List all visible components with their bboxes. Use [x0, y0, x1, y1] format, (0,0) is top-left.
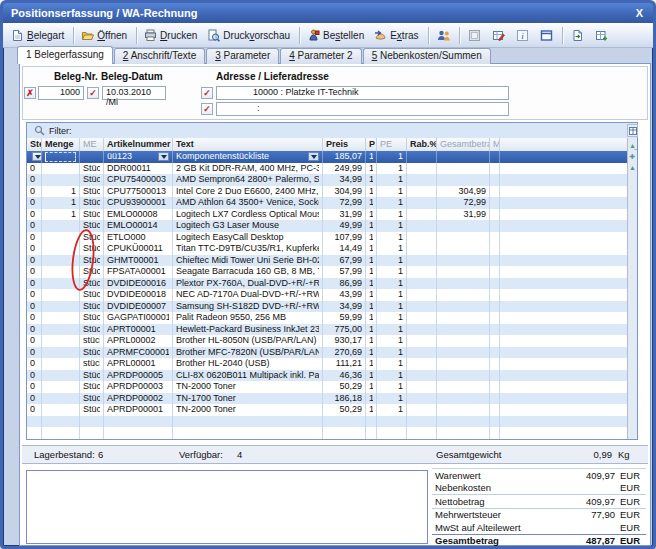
insert-row-icon[interactable]: ✚: [628, 151, 637, 162]
lieferadresse-check-icon[interactable]: ✓: [201, 103, 213, 115]
cell: 0: [27, 381, 42, 393]
table-row[interactable]: 0StückEMLO00014Logitech G3 Laser Mouse49…: [27, 220, 629, 232]
cell: [27, 416, 42, 428]
table-row[interactable]: 0StückAPRT00001Hewlett-Packard Business …: [27, 324, 629, 336]
table-row[interactable]: 0StückGHMT00001Chieftec Midi Tower Uni S…: [27, 255, 629, 267]
column-header-Gesamtbetrag[interactable]: Gesamtbetrag: [437, 138, 490, 151]
grid-corner-icon[interactable]: [627, 124, 638, 137]
cell: [407, 186, 437, 198]
close-button[interactable]: X: [634, 7, 645, 19]
column-header-Menge[interactable]: Menge: [42, 138, 80, 151]
cell: [42, 370, 80, 382]
delete-icon[interactable]: ✗: [24, 87, 36, 99]
table-row[interactable]: 0StückCPU75400003AMD Sempron64 2800+ Pal…: [27, 174, 629, 186]
table-add-button[interactable]: [590, 25, 614, 46]
cell: 0: [27, 347, 42, 359]
cell-text: 0: [30, 312, 38, 324]
table-row[interactable]: 0stückAPRL00001Brother HL-2040 (USB)111,…: [27, 358, 629, 370]
tab-5-nebenkosten-summen[interactable]: 5 Nebenkosten/Summen: [363, 48, 491, 64]
cell: [42, 335, 80, 347]
column-header-filler[interactable]: [500, 138, 629, 151]
scroll-up-icon[interactable]: ▲: [628, 162, 637, 173]
tab-4-parameter-2[interactable]: 4 Parameter 2: [280, 48, 361, 64]
cell: CLI-8X 0620B011 Multipack inkl. Papier: [173, 370, 323, 382]
doc-export-button[interactable]: [566, 25, 590, 46]
table-row[interactable]: 0StückAPRMFC00001Brother MFC-7820N (USB/…: [27, 347, 629, 359]
table-row[interactable]: 01StückCPU77500013Intel Core 2 Duo E6600…: [27, 186, 629, 198]
beleg-nr-input[interactable]: 1000: [38, 86, 84, 100]
toolbar-button-drucken[interactable]: Drucken: [140, 25, 203, 46]
grid-scrollbar[interactable]: ▲̲ ✚ ▲: [627, 138, 637, 439]
table-row[interactable]: 0stückAPRL00002Brother HL-8050N (USB/PAR…: [27, 335, 629, 347]
table-row[interactable]: 0üü123Komponentenstückliste185,0711: [27, 151, 629, 163]
cell: [407, 416, 437, 428]
table-row[interactable]: 0StückGAGPATI00001Palit Radeon 9550, 256…: [27, 312, 629, 324]
table-row[interactable]: 0StückDVDIDE00018NEC AD-7170A Dual-DVD-+…: [27, 289, 629, 301]
table-row[interactable]: 0StückAPRDP00005CLI-8X 0620B011 Multipac…: [27, 370, 629, 382]
table-row[interactable]: 0StückAPRDP00003TN-2000 Toner50,2911: [27, 381, 629, 393]
totals-unit: EUR: [615, 496, 646, 507]
table-row[interactable]: [27, 427, 629, 439]
scroll-top-icon[interactable]: ▲̲: [628, 140, 637, 151]
artikelnummer-dropdown[interactable]: [158, 152, 169, 161]
cell-text: 0: [30, 186, 38, 198]
text-dropdown[interactable]: [308, 152, 319, 161]
column-header-Preis[interactable]: Preis: [323, 138, 366, 151]
column-header-M[interactable]: M: [490, 138, 500, 151]
notes-box[interactable]: [26, 470, 428, 544]
toolbar-separator: [73, 27, 74, 44]
column-header-P[interactable]: P: [366, 138, 377, 151]
steu-dropdown[interactable]: [32, 152, 42, 161]
column-header-Rab.%[interactable]: Rab.%: [407, 138, 437, 151]
column-header-ME[interactable]: ME: [80, 138, 104, 151]
beleg-datum-input[interactable]: 10.03.2010 /Mi: [102, 86, 166, 100]
table-row[interactable]: 0StückCPUKÜ00011Titan TTC-D9TB/CU35/R1, …: [27, 243, 629, 255]
table-row[interactable]: 0StückDVDIDE00007Samsung SH-S182D DVD-+R…: [27, 301, 629, 313]
toolbar-button-druckvorschau[interactable]: Druckvorschau: [203, 25, 296, 46]
column-header-Steu[interactable]: Steu: [27, 138, 42, 151]
cell: 1: [366, 209, 377, 221]
column-header-Artikelnummer[interactable]: Artikelnummer: [104, 138, 173, 151]
adresse-input[interactable]: 10000 : Platzke IT-Technik: [216, 86, 509, 100]
table-row[interactable]: 01StückEMLO00008Logitech LX7 Cordless Op…: [27, 209, 629, 221]
cell: 930,17: [323, 335, 366, 347]
cell-text: 1: [369, 232, 373, 244]
toolbar-button--ffnen[interactable]: Öffnen: [77, 25, 133, 46]
panel-button[interactable]: [463, 25, 487, 46]
lieferadresse-input[interactable]: :: [216, 102, 509, 116]
table-edit-button[interactable]: [487, 25, 511, 46]
cell-text: AMD Athlon 64 3500+ Venice, Sockel 939: [176, 197, 319, 209]
tab-3-parameter[interactable]: 3 Parameter: [206, 48, 279, 64]
column-header-Text[interactable]: Text: [173, 138, 323, 151]
grid-header[interactable]: SteuMengeMEArtikelnummerTextPreisPPERab.…: [27, 138, 629, 152]
table-row[interactable]: 0StückAPRDP00001TN-2000 Toner50,2911: [27, 404, 629, 416]
info-button[interactable]: i: [511, 25, 535, 46]
cell-text: 0: [30, 232, 38, 244]
toolbar-button-belegart[interactable]: Belegart: [7, 25, 70, 46]
cell: 0: [27, 151, 42, 163]
toolbar-button-bestellen[interactable]: Bestellen: [303, 25, 370, 46]
column-header-PE[interactable]: PE: [377, 138, 407, 151]
table-row[interactable]: 0StückAPRDP00002TN-1700 Toner186,1811: [27, 393, 629, 405]
tab-2-anschrift-texte[interactable]: 2 Anschrift/Texte: [114, 48, 205, 64]
filter-bar[interactable]: Filter:: [27, 123, 637, 139]
window-button[interactable]: [535, 25, 559, 46]
table-row[interactable]: [27, 416, 629, 428]
table-row[interactable]: 0StückDDR000112 GB Kit DDR-RAM, 400 MHz,…: [27, 163, 629, 175]
cell: 0: [27, 404, 42, 416]
table-row[interactable]: 01StückCPU93900001AMD Athlon 64 3500+ Ve…: [27, 197, 629, 209]
tab-1-belegerfassung[interactable]: 1 Belegerfassung: [17, 46, 113, 64]
adresse-check-icon[interactable]: ✓: [201, 87, 213, 99]
cell-text: 0: [30, 266, 38, 278]
table-row[interactable]: 0StückFPSATA00001Seagate Barracuda 160 G…: [27, 266, 629, 278]
cell: 1: [377, 232, 407, 244]
table-row[interactable]: 0StückETLO000Logitech EasyCall Desktop10…: [27, 232, 629, 244]
users-button[interactable]: [432, 25, 456, 46]
toolbar-button-extras[interactable]: Extras: [370, 25, 424, 46]
cell: 1: [366, 381, 377, 393]
menge-editor[interactable]: [45, 152, 76, 162]
cell: [104, 427, 173, 439]
cell-text: 1: [369, 278, 373, 290]
date-check-icon[interactable]: ✓: [87, 87, 99, 99]
table-row[interactable]: 0StückDVDIDE00016Plextor PX-760A, Dual-D…: [27, 278, 629, 290]
